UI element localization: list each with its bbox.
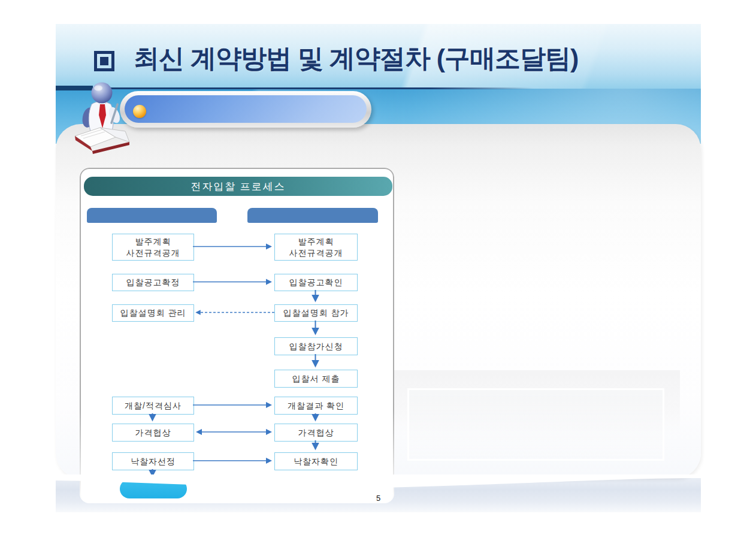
footer-wave xyxy=(56,474,701,494)
column-bar-left xyxy=(87,208,217,223)
flow-box-winner-select-left: 낙찰자선정 xyxy=(112,452,194,470)
flow-box-price-nego-right: 가격협상 xyxy=(274,424,358,442)
square-bullet-icon xyxy=(94,51,114,71)
title-row: 최신 계약방법 및 계약절차 (구매조달팀) xyxy=(94,41,578,75)
banner-capsule xyxy=(120,91,371,128)
slide-title: 최신 계약방법 및 계약절차 (구매조달팀) xyxy=(134,41,578,75)
flow-box-winner-check-right: 낙찰자확인 xyxy=(274,452,358,470)
flow-box-order-plan-left: 발주계획 사전규격공개 xyxy=(112,234,194,261)
flow-box-notice-confirm-left: 입찰공고확정 xyxy=(112,274,194,291)
process-panel: 전자입찰 프로세스 발주계획 사전규격공개 발주계획 사전규격공개 입찰공고확정… xyxy=(80,168,394,503)
flow-box-apply-right: 입찰참가신청 xyxy=(274,337,358,355)
header-divider-line xyxy=(56,87,701,89)
flow-box-briefing-manage-left: 입찰설명회 관리 xyxy=(112,304,194,322)
presenter-clipart-icon xyxy=(57,75,138,159)
flow-box-opening-review-left: 개찰/적격심사 xyxy=(112,397,194,415)
page-number: 5 xyxy=(56,494,701,503)
content-placeholder-box xyxy=(407,388,664,461)
process-panel-title: 전자입찰 프로세스 xyxy=(84,177,392,196)
column-bar-right xyxy=(247,208,378,223)
banner-capsule-inner xyxy=(125,95,367,123)
flow-box-submit-bid-right: 입찰서 제출 xyxy=(274,370,358,388)
flow-box-briefing-join-right: 입찰설명회 참가 xyxy=(274,304,358,322)
flow-box-opening-result-right: 개찰결과 확인 xyxy=(274,397,358,415)
flow-box-order-plan-right: 발주계획 사전규격공개 xyxy=(274,234,358,261)
flow-box-notice-check-right: 입찰공고확인 xyxy=(274,274,358,291)
slide: 최신 계약방법 및 계약절차 (구매조달팀) 전자입찰 프로세스 발주계획 사전… xyxy=(56,24,701,512)
content-panel: 전자입찰 프로세스 발주계획 사전규격공개 발주계획 사전규격공개 입찰공고확정… xyxy=(56,124,701,478)
flow-box-price-nego-left: 가격협상 xyxy=(112,424,194,442)
